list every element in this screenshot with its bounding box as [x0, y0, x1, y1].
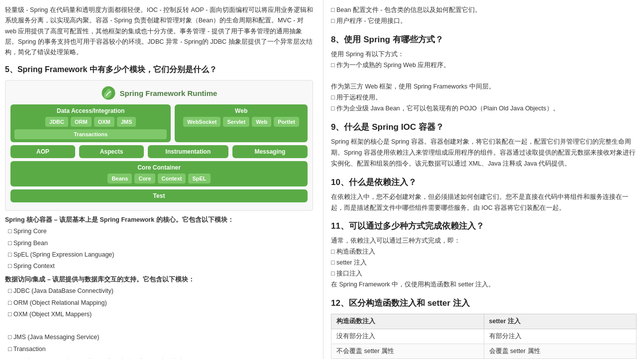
data-access-section: Data Access/Integration JDBC ORM OXM JMS… [10, 104, 171, 142]
da-spacer [8, 321, 313, 331]
data-access-items: JDBC ORM OXM JMS Transactions [14, 117, 167, 139]
section9-title: 9、什么是 Spring IOC 容器？ [331, 121, 637, 133]
section9-body: Spring 框架的核心是 Spring 容器。容器创建对象，将它们装配在一起，… [331, 137, 637, 170]
aop-row: AOP Aspects Instrumentation Messaging [10, 145, 308, 158]
table-row: 没有部分注入 有部分注入 [331, 329, 637, 344]
da-item-5: □ Transaction [8, 344, 313, 355]
da-item-3: □ OXM (Object XML Mappers) [8, 309, 313, 320]
core-title: Core Container [14, 164, 304, 171]
spring-logo-icon [101, 86, 116, 100]
s8-item-3: □ 用于远程使用。 [331, 92, 637, 103]
spring-core-item-1: □ Spring Core [8, 226, 313, 237]
table-cell: 不会覆盖 setter 属性 [331, 344, 484, 359]
section8-title: 8、使用 Spring 有哪些方式？ [331, 34, 637, 45]
da-item-1: □ JDBC (Java DataBase Connectivity) [8, 286, 313, 296]
s11-item-2: □ setter 注入 [331, 258, 637, 269]
transactions-item: Transactions [14, 129, 167, 139]
table-header-2: setter 注入 [484, 314, 637, 329]
portlet-item: Portlet [274, 117, 299, 127]
s8-item-4: □ 作为企业级 Java Bean，它可以包装现有的 POJO（Plain Ol… [331, 103, 637, 114]
servlet-item: Servlet [223, 117, 249, 127]
table-cell: 会覆盖 setter 属性 [484, 344, 637, 359]
core-container-section: Core Container Beans Core Context SpEL [10, 161, 308, 186]
beans-item: Beans [107, 174, 132, 183]
section5-title: 5、Spring Framework 中有多少个模块，它们分别是什么？ [5, 65, 313, 75]
section12-title: 12、区分构造函数注入和 setter 注入 [331, 297, 637, 309]
spring-core-item-2: □ Spring Bean [8, 238, 313, 249]
right-panel: □ Bean 配置文件 - 包含类的信息以及如何配置它们。 □ 用户程序 - 它… [323, 0, 644, 359]
bean-config-1: □ Bean 配置文件 - 包含类的信息以及如何配置它们。 [331, 5, 637, 16]
section10-title: 10、什么是依赖注入？ [331, 177, 637, 188]
core-item: Core [134, 174, 155, 183]
aspects-item: Aspects [79, 145, 144, 158]
spel-item: SpEL [188, 174, 210, 183]
table-cell: 没有部分注入 [331, 329, 484, 344]
diagram-title: Spring Framework Runtime [120, 89, 217, 97]
aop-item: AOP [10, 145, 75, 158]
web-section: Web WebSocket Servlet Web Portlet [175, 104, 308, 142]
diagram-top-row: Data Access/Integration JDBC ORM OXM JMS… [10, 104, 308, 142]
bean-config-2: □ 用户程序 - 它使用接口。 [331, 16, 637, 27]
section10-body: 在依赖注入中，您不必创建对象，但必须描述如何创建它们。您不是直接在代码中将组件和… [331, 192, 637, 214]
jms-item: JMS [117, 117, 136, 127]
websocket-item: WebSocket [183, 117, 220, 127]
data-access-title: Data Access/Integration [14, 107, 167, 114]
table-cell: 有部分注入 [484, 329, 637, 344]
instrumentation-item: Instrumentation [148, 145, 228, 158]
table-row: 不会覆盖 setter 属性 会覆盖 setter 属性 [331, 344, 637, 359]
section8-intro: 使用 Spring 有以下方式： [331, 49, 637, 60]
section11-end: 在 Spring Framework 中，仅使用构造函数和 setter 注入。 [331, 279, 637, 290]
table-header-1: 构造函数注入 [331, 314, 484, 329]
s8-item-2: 作为第三方 Web 框架，使用 Spring Frameworks 中间层。 [331, 71, 637, 93]
oxm-item: OXM [94, 117, 114, 127]
section11-intro: 通常，依赖注入可以通过三种方式完成，即： [331, 236, 637, 247]
da-item-4: □ JMS (Java Messaging Service) [8, 332, 313, 343]
intro-text: 轻量级 - Spring 在代码量和透明度方面都很轻便。IOC - 控制反转 A… [5, 5, 313, 58]
spring-core-item-3: □ SpEL (Spring Expression Language) [8, 250, 313, 260]
spring-core-title: Spring 核心容器 – 该层基本上是 Spring Framework 的核… [5, 216, 313, 224]
core-items: Beans Core Context SpEL [14, 174, 304, 183]
test-item: Test [10, 189, 308, 202]
left-panel: 轻量级 - Spring 在代码量和透明度方面都很轻便。IOC - 控制反转 A… [0, 0, 323, 359]
orm-item: ORM [71, 117, 92, 127]
da-item-2: □ ORM (Object Relational Mapping) [8, 298, 313, 308]
spring-core-item-4: □ Spring Context [8, 261, 313, 271]
context-item: Context [158, 174, 186, 183]
data-access-title: 数据访问/集成 – 该层提供与数据库交互的支持。它包含以下模块： [5, 275, 313, 284]
section11-title: 11、可以通过多少种方式完成依赖注入？ [331, 220, 637, 232]
web-item: Web [252, 117, 271, 127]
s8-item-1: □ 作为一个成熟的 Spring Web 应用程序。 [331, 60, 637, 71]
spring-diagram: Spring Framework Runtime Data Access/Int… [5, 80, 313, 211]
jdbc-item: JDBC [45, 117, 68, 127]
s11-item-3: □ 接口注入 [331, 269, 637, 279]
diagram-header: Spring Framework Runtime [10, 86, 308, 100]
s11-item-1: □ 构造函数注入 [331, 247, 637, 258]
messaging-item: Messaging [232, 145, 308, 158]
injection-table: 构造函数注入 setter 注入 没有部分注入 有部分注入 不会覆盖 sette… [331, 314, 637, 359]
web-items: WebSocket Servlet Web Portlet [179, 117, 304, 127]
web-title: Web [179, 107, 304, 114]
